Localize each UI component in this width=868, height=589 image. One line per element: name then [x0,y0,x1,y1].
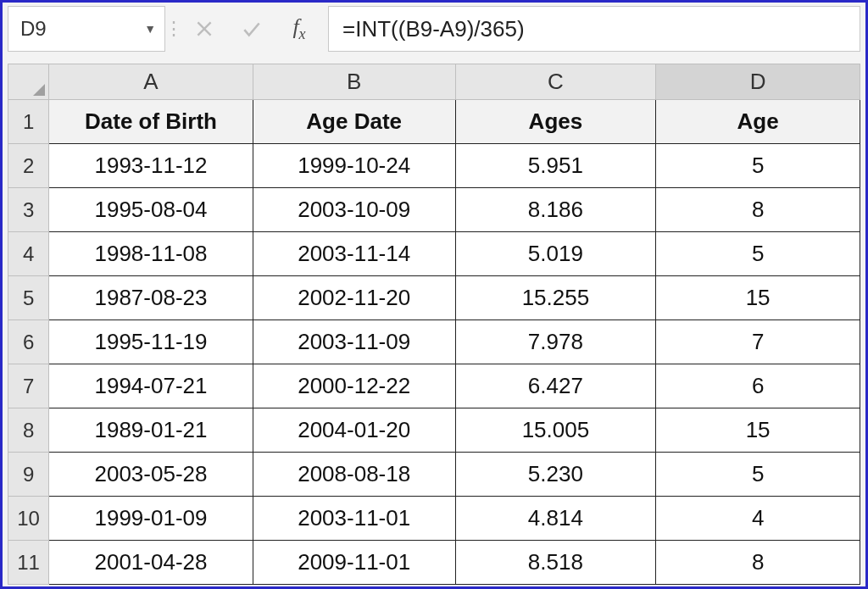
column-header-A[interactable]: A [49,64,253,100]
table-row: 7 1994-07-21 2000-12-22 6.427 6 [8,364,860,408]
cell-A8[interactable]: 1989-01-21 [49,408,253,453]
row-header[interactable]: 6 [8,320,49,364]
formula-bar-buttons: fx [181,6,323,52]
row-header[interactable]: 3 [8,188,49,232]
table-row: 9 2003-05-28 2008-08-18 5.230 5 [8,453,860,497]
grid[interactable]: A B C D 1 Date of Birth Age Date Ages Ag… [8,64,860,585]
cell-C9[interactable]: 5.230 [455,453,656,497]
table-row: 4 1998-11-08 2003-11-14 5.019 5 [8,232,860,276]
column-header-C[interactable]: C [455,64,656,100]
separator-dots: ⋮ [165,6,181,52]
row-header[interactable]: 2 [8,144,49,188]
cell-B2[interactable]: 1999-10-24 [253,144,455,188]
cell-A7[interactable]: 1994-07-21 [49,364,253,408]
cell-D10[interactable]: 4 [656,497,860,541]
cell-A5[interactable]: 1987-08-23 [49,276,253,320]
fx-icon[interactable]: fx [275,6,323,52]
cell-C3[interactable]: 8.186 [455,188,656,232]
cell-A6[interactable]: 1995-11-19 [49,320,253,364]
cell-C1[interactable]: Ages [455,100,656,144]
formula-bar: D9 ▼ ⋮ fx =INT((B9-A9)/365) [8,6,860,52]
cell-C6[interactable]: 7.978 [455,320,656,364]
cell-A1[interactable]: Date of Birth [49,100,253,144]
row-header[interactable]: 11 [8,541,49,585]
cell-D11[interactable]: 8 [656,541,860,585]
row-header[interactable]: 8 [8,408,49,453]
name-box-value: D9 [20,17,47,41]
column-header-D[interactable]: D [656,64,860,100]
cell-B11[interactable]: 2009-11-01 [253,541,455,585]
cell-D2[interactable]: 5 [656,144,860,188]
cell-C7[interactable]: 6.427 [455,364,656,408]
table-row: 8 1989-01-21 2004-01-20 15.005 15 [8,408,860,453]
table-row: 3 1995-08-04 2003-10-09 8.186 8 [8,188,860,232]
cell-B6[interactable]: 2003-11-09 [253,320,455,364]
row-header[interactable]: 9 [8,453,49,497]
spreadsheet: A B C D 1 Date of Birth Age Date Ages Ag… [8,64,860,585]
table-row: 10 1999-01-09 2003-11-01 4.814 4 [8,497,860,541]
cell-B3[interactable]: 2003-10-09 [253,188,455,232]
cell-D8[interactable]: 15 [656,408,860,453]
cell-C11[interactable]: 8.518 [455,541,656,585]
chevron-down-icon[interactable]: ▼ [144,22,156,36]
cell-D9[interactable]: 5 [656,453,860,497]
cell-B10[interactable]: 2003-11-01 [253,497,455,541]
cell-D6[interactable]: 7 [656,320,860,364]
enter-icon[interactable] [228,6,275,52]
row-header[interactable]: 4 [8,232,49,276]
cell-B7[interactable]: 2000-12-22 [253,364,455,408]
formula-input[interactable]: =INT((B9-A9)/365) [328,6,860,52]
table-row: 1 Date of Birth Age Date Ages Age [8,100,860,144]
column-header-B[interactable]: B [253,64,455,100]
cell-A2[interactable]: 1993-11-12 [49,144,253,188]
cell-C5[interactable]: 15.255 [455,276,656,320]
row-header[interactable]: 5 [8,276,49,320]
cell-A4[interactable]: 1998-11-08 [49,232,253,276]
cell-C2[interactable]: 5.951 [455,144,656,188]
cancel-icon[interactable] [181,6,228,52]
cell-D3[interactable]: 8 [656,188,860,232]
cell-A11[interactable]: 2001-04-28 [49,541,253,585]
cell-C8[interactable]: 15.005 [455,408,656,453]
cell-A9[interactable]: 2003-05-28 [49,453,253,497]
cell-A10[interactable]: 1999-01-09 [49,497,253,541]
table-row: 11 2001-04-28 2009-11-01 8.518 8 [8,541,860,585]
table-row: 2 1993-11-12 1999-10-24 5.951 5 [8,144,860,188]
cell-C10[interactable]: 4.814 [455,497,656,541]
cell-D7[interactable]: 6 [656,364,860,408]
row-header[interactable]: 1 [8,100,49,144]
table-row: 5 1987-08-23 2002-11-20 15.255 15 [8,276,860,320]
cell-D4[interactable]: 5 [656,232,860,276]
cell-B9[interactable]: 2008-08-18 [253,453,455,497]
cell-A3[interactable]: 1995-08-04 [49,188,253,232]
formula-text: =INT((B9-A9)/365) [342,16,525,42]
cell-B5[interactable]: 2002-11-20 [253,276,455,320]
row-header[interactable]: 10 [8,497,49,541]
name-box[interactable]: D9 ▼ [8,6,165,52]
select-all-corner[interactable] [8,64,49,100]
cell-C4[interactable]: 5.019 [455,232,656,276]
row-header[interactable]: 7 [8,364,49,408]
cell-D5[interactable]: 15 [656,276,860,320]
table-row: 6 1995-11-19 2003-11-09 7.978 7 [8,320,860,364]
cell-B1[interactable]: Age Date [253,100,455,144]
cell-B4[interactable]: 2003-11-14 [253,232,455,276]
cell-B8[interactable]: 2004-01-20 [253,408,455,453]
cell-D1[interactable]: Age [656,100,860,144]
